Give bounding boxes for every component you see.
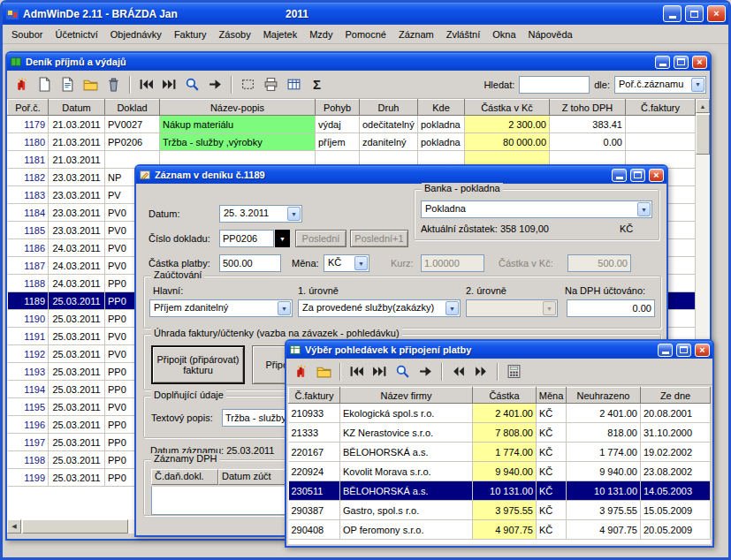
cell[interactable]: 1181 [8, 151, 49, 169]
cell[interactable]: 4 907.75 [567, 520, 641, 540]
cell[interactable]: 818.00 [567, 423, 641, 443]
close-button[interactable]: × [649, 169, 664, 182]
cell[interactable]: KČ [537, 481, 567, 501]
cell[interactable]: Tržba - služby ,výrobky [160, 133, 316, 151]
cell[interactable]: 20.05.2009 [641, 520, 711, 540]
export-table-button[interactable] [283, 73, 305, 95]
chevron-down-icon[interactable]: ▼ [691, 78, 704, 92]
column-header[interactable]: Název firmy [340, 388, 473, 404]
vyber-row[interactable]: 220924Kovolit Morava s.r.o.9 940.00KČ9 9… [289, 462, 711, 481]
cell[interactable]: 24.03.2011 [49, 239, 105, 257]
cell[interactable]: Kovolit Morava s.r.o. [340, 462, 473, 481]
print-button[interactable] [260, 73, 282, 95]
cell[interactable]: 383.41 [550, 116, 626, 133]
cell[interactable]: 1179 [8, 116, 49, 133]
cell[interactable]: KZ Nerastovice s.r.o. [340, 423, 473, 443]
cell[interactable]: 23.03.2011 [49, 204, 105, 222]
vyber-row[interactable]: 230511BĚLOHORSKÁ a.s.10 131.00KČ10 131.0… [289, 481, 711, 501]
last-record-button[interactable] [158, 73, 180, 95]
cell[interactable]: 1197 [8, 434, 49, 451]
cell[interactable]: 25.03.2011 [49, 310, 105, 328]
cell[interactable]: 1180 [8, 133, 49, 151]
dph-col2-header[interactable]: Datum zúčt [218, 469, 294, 485]
na-dph-input[interactable] [567, 299, 655, 317]
cell[interactable]: KČ [537, 423, 567, 443]
column-header[interactable]: Kde [418, 100, 465, 116]
menu-item-5[interactable]: Majetek [257, 26, 304, 42]
cell[interactable]: pokladna [418, 133, 465, 151]
column-header[interactable]: Z toho DPH [550, 100, 626, 116]
scrollbar-thumb[interactable] [22, 519, 128, 534]
cell[interactable]: 1193 [8, 363, 49, 381]
cell[interactable]: 21.03.2011 [49, 151, 105, 169]
minimize-button[interactable] [612, 169, 627, 182]
go-to-record-button[interactable] [204, 73, 226, 95]
cell[interactable]: 21.03.2011 [49, 133, 105, 151]
menu-item-7[interactable]: Pomocné [339, 26, 392, 42]
cell[interactable]: KČ [537, 443, 567, 462]
column-header[interactable]: Datum [49, 100, 105, 116]
cislo-dokladu-input[interactable] [219, 230, 274, 247]
cell[interactable]: 230511 [289, 481, 340, 501]
cell[interactable]: 1183 [8, 186, 49, 204]
exit-button[interactable] [11, 73, 33, 95]
cell[interactable]: 1192 [8, 345, 49, 363]
new-document-button[interactable] [34, 73, 56, 95]
column-header[interactable]: Pohyb [316, 100, 360, 116]
cell[interactable]: 80 000.00 [465, 133, 550, 151]
open-folder-button[interactable] [313, 360, 335, 382]
cell[interactable]: 25.03.2011 [49, 398, 105, 416]
menu-item-11[interactable]: Nápověda [522, 26, 579, 42]
menu-item-1[interactable]: Účetnictví [49, 26, 103, 42]
column-header[interactable]: Částka v Kč [465, 100, 550, 116]
maximize-button[interactable] [630, 169, 645, 182]
cell[interactable]: 220924 [289, 462, 340, 481]
cell[interactable]: Gastro, spol.s r.o. [340, 501, 473, 520]
cell[interactable]: 25.03.2011 [49, 434, 105, 451]
cell[interactable]: 220167 [289, 443, 340, 462]
cell[interactable]: 2 401.00 [473, 404, 537, 423]
search-button[interactable] [181, 73, 203, 95]
cell[interactable]: 24.03.2011 [49, 275, 105, 292]
menu-item-10[interactable]: Okna [486, 26, 522, 42]
cell[interactable]: 290387 [289, 501, 340, 520]
menu-item-9[interactable]: Zvláštní [440, 26, 487, 42]
cell[interactable]: 2 300.00 [465, 116, 550, 133]
cell[interactable]: odečitatelný [360, 116, 418, 133]
scroll-left-icon[interactable]: ◀ [7, 519, 21, 534]
cell[interactable]: 1190 [8, 310, 49, 328]
cell[interactable]: 0.00 [550, 133, 626, 151]
cell[interactable]: 9 940.00 [567, 462, 641, 481]
chevron-down-icon[interactable]: ▼ [278, 301, 291, 315]
cell[interactable]: 1182 [8, 169, 49, 186]
dph-col1-header[interactable]: Č.daň.dokl. [151, 469, 218, 485]
column-header[interactable]: Neuhrazeno [567, 388, 641, 404]
cell[interactable]: KČ [537, 404, 567, 423]
scroll-up-icon[interactable]: ▲ [696, 99, 710, 113]
sum-button[interactable]: Σ [306, 73, 328, 95]
next-record-button[interactable] [470, 360, 492, 382]
cell[interactable]: 1194 [8, 381, 49, 398]
column-header[interactable]: Částka [473, 388, 537, 404]
cell[interactable]: 1186 [8, 239, 49, 257]
cell[interactable]: 7 808.00 [473, 423, 537, 443]
cell[interactable]: 31.10.2000 [641, 423, 711, 443]
column-header[interactable]: Měna [537, 388, 567, 404]
cell[interactable]: 2 401.00 [567, 404, 641, 423]
menu-item-2[interactable]: Objednávky [104, 26, 168, 42]
banka-combo[interactable]: Pokladna ▼ [421, 201, 652, 218]
cell[interactable]: 210933 [289, 404, 340, 423]
menu-item-4[interactable]: Zásoby [213, 26, 257, 42]
doklad-dropdown-button[interactable]: ▼ [275, 230, 290, 247]
maximize-button[interactable] [685, 5, 704, 22]
search-input[interactable] [519, 76, 590, 94]
maximize-button[interactable] [676, 344, 691, 357]
vyber-row[interactable]: 290387Gastro, spol.s r.o.3 975.55KČ3 975… [289, 501, 711, 520]
close-button[interactable]: × [695, 344, 710, 357]
cell[interactable]: 25.03.2011 [49, 381, 105, 398]
minimize-button[interactable] [655, 56, 670, 69]
exit-button[interactable] [290, 360, 312, 382]
cell[interactable]: 25.03.2011 [49, 328, 105, 345]
vyber-row[interactable]: 220167BĚLOHORSKÁ a.s.1 774.00KČ1 774.001… [289, 443, 711, 462]
hlavni-combo[interactable]: Příjem zdanitelný ▼ [149, 299, 293, 317]
